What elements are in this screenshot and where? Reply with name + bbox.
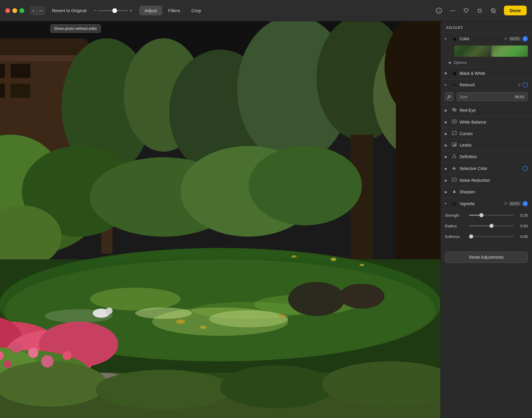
options-chevron-icon: ▶: [449, 61, 451, 64]
auto-badge[interactable]: AUTO: [509, 37, 521, 41]
size-label: Size: [460, 95, 467, 99]
svg-rect-15: [0, 84, 5, 98]
section-definition: ▶ Definition: [441, 151, 532, 163]
svg-point-49: [135, 307, 192, 319]
color-check-icon[interactable]: ✓: [523, 36, 528, 41]
single-view-button[interactable]: ▪: [30, 7, 37, 14]
svg-point-4: [454, 10, 455, 11]
section-definition-label: Definition: [460, 154, 528, 159]
softness-slider-row: Softness 0.00: [445, 232, 528, 241]
photo-area[interactable]: [0, 21, 440, 418]
strength-slider-row: Strength 0.25: [445, 211, 528, 219]
svg-point-100: [455, 179, 456, 179]
tab-crop[interactable]: Crop: [186, 6, 207, 15]
curves-icon: [451, 131, 457, 136]
svg-point-99: [454, 179, 455, 180]
color-thumb-original[interactable]: [454, 46, 490, 57]
reset-adjustments-button[interactable]: Reset Adjustments: [445, 252, 528, 263]
radius-knob: [489, 224, 494, 228]
section-nr-header[interactable]: ▶ Noise Reduction: [441, 175, 532, 186]
svg-point-75: [41, 355, 53, 367]
svg-point-98: [453, 179, 453, 179]
svg-point-36: [249, 146, 362, 225]
redeye-icon: [451, 107, 457, 113]
svg-point-54: [106, 307, 113, 314]
svg-point-76: [63, 351, 72, 360]
section-definition-header[interactable]: ▶ Definition: [441, 151, 532, 162]
favorites-button[interactable]: [461, 6, 471, 15]
softness-slider[interactable]: [469, 236, 514, 237]
section-curves-header[interactable]: ▶ Curves: [441, 128, 532, 139]
slider-plus-icon[interactable]: +: [129, 8, 132, 13]
section-retouch-header[interactable]: ▾ ✏ Retouch ↺: [441, 79, 532, 90]
section-levels: ▶ Levels: [441, 140, 532, 151]
section-redeye-header[interactable]: ▶ Red-Eye: [441, 104, 532, 116]
section-wb-header[interactable]: ▶ White Balance: [441, 116, 532, 128]
retouch-content: Size 68.61: [441, 90, 532, 104]
color-controls: ↺ AUTO ✓: [504, 36, 528, 41]
markup-button[interactable]: [489, 6, 498, 15]
exposure-slider[interactable]: [98, 10, 128, 11]
radius-label: Radius: [445, 224, 466, 228]
minimize-button[interactable]: [12, 8, 17, 13]
sc-chevron-icon: ▶: [445, 167, 449, 171]
curves-chevron-icon: ▶: [445, 132, 449, 136]
section-levels-header[interactable]: ▶ Levels: [441, 140, 532, 151]
color-thumbnails: [441, 44, 532, 59]
radius-slider[interactable]: [469, 225, 514, 226]
retouch-reset-icon[interactable]: ↺: [518, 83, 521, 87]
color-icon: ◑: [451, 36, 457, 41]
brush-button[interactable]: [445, 92, 454, 101]
vignette-reset-icon[interactable]: ↺: [504, 201, 507, 206]
tab-filters[interactable]: Filters: [163, 6, 186, 15]
vignette-check-icon[interactable]: ✓: [523, 201, 528, 206]
tooltip: Show photo without edits: [50, 24, 101, 33]
more-button[interactable]: [448, 6, 457, 15]
svg-rect-91: [453, 145, 453, 146]
retouch-icon: ✏: [451, 83, 457, 87]
info-button[interactable]: i: [434, 6, 444, 15]
section-sc-label: Selective Color: [460, 166, 520, 171]
retouch-row: Size 68.61: [445, 92, 528, 101]
section-color-header[interactable]: ▾ ◑ Color ↺ AUTO ✓: [441, 33, 532, 44]
maximize-button[interactable]: [20, 8, 24, 13]
sharpen-icon: [451, 189, 457, 195]
toolbar-icons: i Done: [434, 6, 527, 15]
view-toggle: ▪ ▫▫: [30, 7, 45, 15]
vignette-auto-badge[interactable]: AUTO: [509, 202, 521, 206]
svg-line-80: [447, 98, 448, 99]
sc-circle-icon[interactable]: [523, 166, 528, 171]
svg-rect-93: [455, 143, 456, 146]
section-sc-header[interactable]: ▶ Selective Color: [441, 163, 532, 174]
size-bar: Size 68.61: [457, 92, 528, 101]
strength-slider[interactable]: [469, 215, 514, 216]
slider-thumb: [112, 8, 117, 13]
tab-adjust[interactable]: Adjust: [139, 6, 162, 15]
crop-button[interactable]: [475, 6, 484, 15]
section-bw-header[interactable]: ▶ ◑ Black & White: [441, 67, 532, 79]
split-view-button[interactable]: ▫▫: [37, 7, 45, 14]
main-content: ADJUST ▾ ◑ Color ↺ AUTO ✓ ▶: [0, 21, 532, 418]
retouch-circle-icon[interactable]: [523, 82, 528, 88]
slider-minus-icon[interactable]: −: [94, 8, 96, 13]
svg-line-88: [452, 133, 454, 135]
svg-point-56: [200, 326, 207, 329]
close-button[interactable]: [5, 8, 10, 13]
svg-point-2: [450, 10, 451, 11]
section-selective-color: ▶ Selective Color: [441, 163, 532, 175]
section-curves: ▶ Curves: [441, 128, 532, 140]
done-button[interactable]: Done: [504, 6, 527, 15]
color-thumb-adjusted[interactable]: [492, 46, 528, 57]
svg-point-77: [331, 257, 336, 261]
section-vignette-header[interactable]: ▾ ◎ Vignette ↺ AUTO ✓: [441, 198, 532, 209]
section-red-eye: ▶ Red-Eye: [441, 104, 532, 116]
section-bw-label: Black & White: [460, 71, 528, 76]
color-reset-icon[interactable]: ↺: [504, 37, 507, 41]
section-black-white: ▶ ◑ Black & White: [441, 67, 532, 79]
options-row[interactable]: ▶ Options: [441, 59, 532, 67]
redeye-chevron-icon: ▶: [445, 108, 449, 112]
svg-rect-13: [0, 64, 5, 78]
section-sharpen-header[interactable]: ▶ Sharpen: [441, 186, 532, 197]
revert-button[interactable]: Revert to Original: [49, 6, 90, 15]
nr-chevron-icon: ▶: [445, 179, 449, 182]
